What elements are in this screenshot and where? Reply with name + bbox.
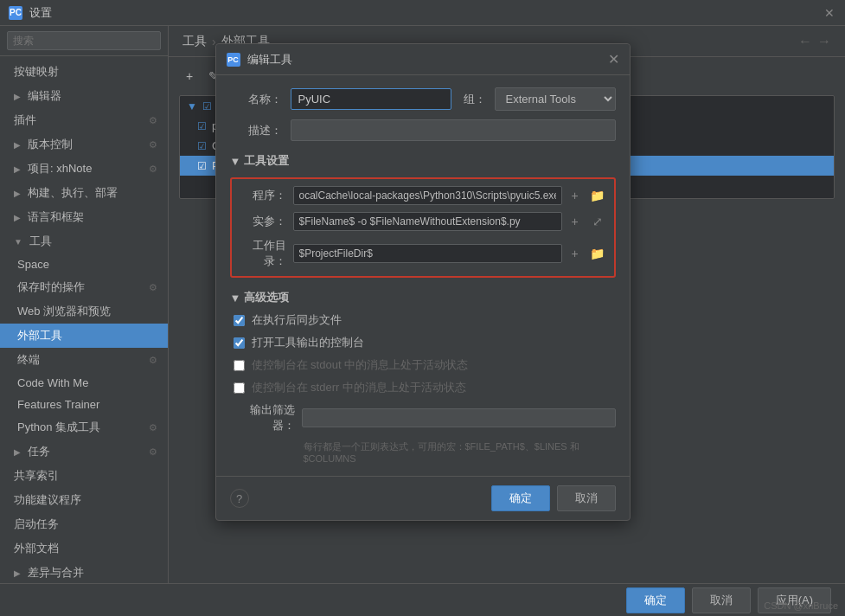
modal-footer: ? 确定 取消 xyxy=(216,476,630,520)
filter-label: 输出筛选器： xyxy=(230,402,295,433)
name-input[interactable] xyxy=(291,88,451,110)
workdir-label: 工作目录： xyxy=(239,238,286,269)
modal-app-icon: PC xyxy=(227,53,240,67)
checkbox-row-3: 使控制台在 stdout 中的消息上处于活动状态 xyxy=(230,357,616,373)
args-input-wrap: + ⤢ xyxy=(293,212,607,231)
modal-close-button[interactable]: ✕ xyxy=(608,51,619,67)
program-input-wrap: + 📁 xyxy=(293,186,607,205)
args-row: 实参： + ⤢ xyxy=(239,212,607,231)
expand-icon: ▼ xyxy=(230,155,241,168)
desc-input[interactable] xyxy=(291,119,616,141)
tool-settings-box: 程序： + 📁 实参： + ⤢ xyxy=(230,177,616,278)
stderr-active-label[interactable]: 使控制台在 stderr 中的消息上处于活动状态 xyxy=(252,380,466,395)
filter-hint: 每行都是一个正则表达式，可用的宏：$FILE_PATH$、$LINES 和 $C… xyxy=(230,440,616,464)
group-label: 组： xyxy=(460,92,486,107)
name-group-row: 名称： 组： External Tools xyxy=(230,87,616,111)
filter-row: 输出筛选器： xyxy=(230,402,616,433)
edit-tool-modal: PC 编辑工具 ✕ 名称： 组： External Tools xyxy=(215,43,631,521)
sync-files-checkbox[interactable] xyxy=(234,315,245,326)
workdir-input-wrap: + 📁 xyxy=(293,244,607,263)
checkbox-row-4: 使控制台在 stderr 中的消息上处于活动状态 xyxy=(230,380,616,395)
footer-buttons: 确定 取消 xyxy=(491,485,616,511)
modal-ok-button[interactable]: 确定 xyxy=(491,485,550,511)
program-input[interactable] xyxy=(293,186,562,205)
advanced-section: ▼ 高级选项 在执行后同步文件 打开工具输出的控制台 使控制台在 stdout … xyxy=(230,286,616,464)
open-console-checkbox[interactable] xyxy=(234,337,245,349)
workdir-input[interactable] xyxy=(293,244,562,263)
tool-settings-section-title: ▼ 工具设置 xyxy=(230,153,616,169)
desc-row: 描述： xyxy=(230,119,616,141)
checkbox-row-2: 打开工具输出的控制台 xyxy=(230,335,616,350)
stdout-active-label[interactable]: 使控制台在 stdout 中的消息上处于活动状态 xyxy=(252,357,469,373)
program-add-button[interactable]: + xyxy=(566,186,585,205)
program-folder-button[interactable]: 📁 xyxy=(588,186,607,205)
workdir-add-button[interactable]: + xyxy=(566,244,585,263)
modal-cancel-button[interactable]: 取消 xyxy=(557,485,616,511)
args-label: 实参： xyxy=(239,214,286,229)
sync-files-label[interactable]: 在执行后同步文件 xyxy=(252,312,342,328)
group-select[interactable]: External Tools xyxy=(495,87,616,111)
filter-input[interactable] xyxy=(302,408,616,427)
stdout-active-checkbox[interactable] xyxy=(234,360,245,371)
modal-body: 名称： 组： External Tools 描述： ▼ 工具设置 xyxy=(216,75,630,476)
workdir-row: 工作目录： + 📁 xyxy=(239,238,607,269)
name-label: 名称： xyxy=(230,92,282,107)
expand-icon: ▼ xyxy=(230,292,241,305)
modal-title: 编辑工具 xyxy=(247,52,292,67)
modal-overlay: PC 编辑工具 ✕ 名称： 组： External Tools xyxy=(0,0,845,616)
desc-label: 描述： xyxy=(230,123,282,138)
checkbox-row-1: 在执行后同步文件 xyxy=(230,312,616,328)
stderr-active-checkbox[interactable] xyxy=(234,382,245,394)
program-label: 程序： xyxy=(239,188,286,203)
program-row: 程序： + 📁 xyxy=(239,186,607,205)
modal-header: PC 编辑工具 ✕ xyxy=(216,44,630,75)
advanced-section-title: ▼ 高级选项 xyxy=(230,290,616,305)
args-input[interactable] xyxy=(293,212,562,231)
help-button[interactable]: ? xyxy=(230,489,249,508)
open-console-label[interactable]: 打开工具输出的控制台 xyxy=(252,335,364,350)
args-expand-button[interactable]: ⤢ xyxy=(588,212,607,231)
args-add-button[interactable]: + xyxy=(566,212,585,231)
workdir-folder-button[interactable]: 📁 xyxy=(588,244,607,263)
